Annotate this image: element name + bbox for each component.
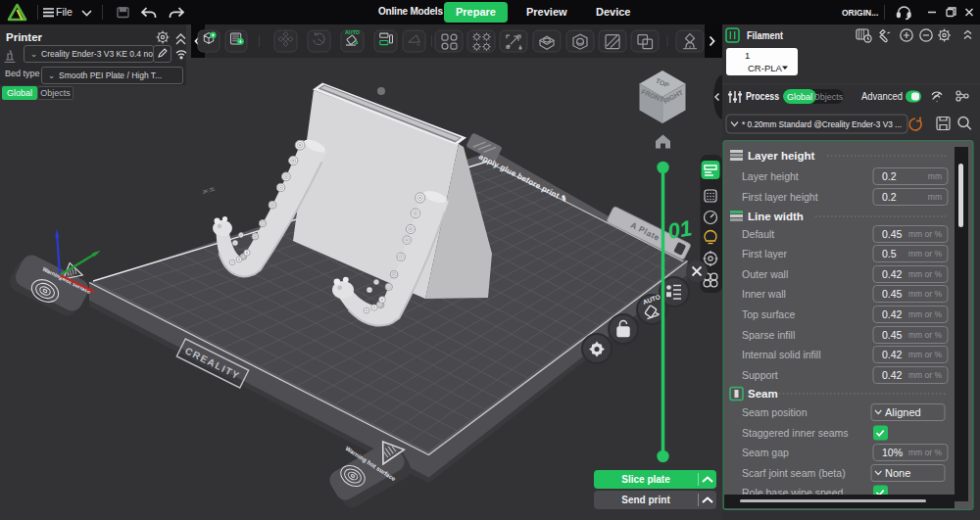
svg-text:Outer wall: Outer wall <box>742 268 788 280</box>
svg-text:0.42: 0.42 <box>882 349 903 360</box>
svg-text:None: None <box>885 467 910 479</box>
svg-text:0.42: 0.42 <box>882 268 903 280</box>
svg-text:Sparse infill: Sparse infill <box>742 329 795 341</box>
svg-text:0.5: 0.5 <box>882 248 897 260</box>
svg-text:0.45: 0.45 <box>882 228 903 240</box>
svg-text:Top surface: Top surface <box>742 308 795 320</box>
svg-text:Scarf joint seam (beta): Scarf joint seam (beta) <box>742 467 846 479</box>
svg-text:mm or %: mm or % <box>908 330 942 340</box>
svg-text:* 0.20mm Standard @Creality En: * 0.20mm Standard @Creality Ender-3 V3 .… <box>742 118 902 129</box>
svg-text:First layer: First layer <box>742 248 788 260</box>
svg-text:Process: Process <box>746 90 779 102</box>
svg-text:mm or %: mm or % <box>908 289 942 299</box>
svg-text:mm or %: mm or % <box>908 249 942 259</box>
svg-text:Support: Support <box>742 369 778 381</box>
svg-text:mm: mm <box>928 171 942 181</box>
svg-text:0.45: 0.45 <box>882 329 903 341</box>
svg-text:mm or %: mm or % <box>908 269 942 279</box>
svg-text:mm: mm <box>928 192 942 202</box>
svg-text:1: 1 <box>745 50 750 61</box>
svg-text:Layer height: Layer height <box>748 150 815 162</box>
svg-text:0.45: 0.45 <box>882 288 903 300</box>
svg-text:Aligned: Aligned <box>885 406 921 418</box>
svg-text:Objects: Objects <box>813 92 844 102</box>
svg-text:Global: Global <box>787 92 812 102</box>
svg-text:0.42: 0.42 <box>882 308 903 320</box>
svg-text:Default: Default <box>742 228 774 240</box>
svg-text:0.2: 0.2 <box>882 170 897 182</box>
svg-text:0.2: 0.2 <box>882 191 897 203</box>
svg-text:0.42: 0.42 <box>882 369 903 381</box>
svg-text:AUTO: AUTO <box>345 29 360 35</box>
svg-text:Seam gap: Seam gap <box>742 447 789 458</box>
svg-text:mm or %: mm or % <box>908 350 942 359</box>
svg-text:Seam position: Seam position <box>742 406 808 418</box>
svg-text:10%: 10% <box>882 447 903 458</box>
svg-text:mm or %: mm or % <box>908 229 942 239</box>
svg-text:mm or %: mm or % <box>908 448 942 457</box>
svg-text:Inner wall: Inner wall <box>742 288 786 300</box>
svg-text:Layer height: Layer height <box>742 170 799 182</box>
svg-text:Staggered inner seams: Staggered inner seams <box>742 427 849 439</box>
svg-text:Line width: Line width <box>748 211 804 222</box>
svg-text:01: 01 <box>666 215 694 244</box>
svg-text:mm or %: mm or % <box>908 309 942 319</box>
svg-text:Advanced: Advanced <box>861 91 903 102</box>
svg-text:Internal solid infill: Internal solid infill <box>742 349 821 360</box>
svg-text:CR-PLA: CR-PLA <box>748 63 783 73</box>
svg-text:Seam: Seam <box>748 388 778 400</box>
svg-text:mm or %: mm or % <box>908 370 942 380</box>
svg-text:First layer height: First layer height <box>742 191 818 203</box>
svg-text:Printer: Printer <box>6 31 43 43</box>
svg-text:Filament: Filament <box>747 29 783 41</box>
